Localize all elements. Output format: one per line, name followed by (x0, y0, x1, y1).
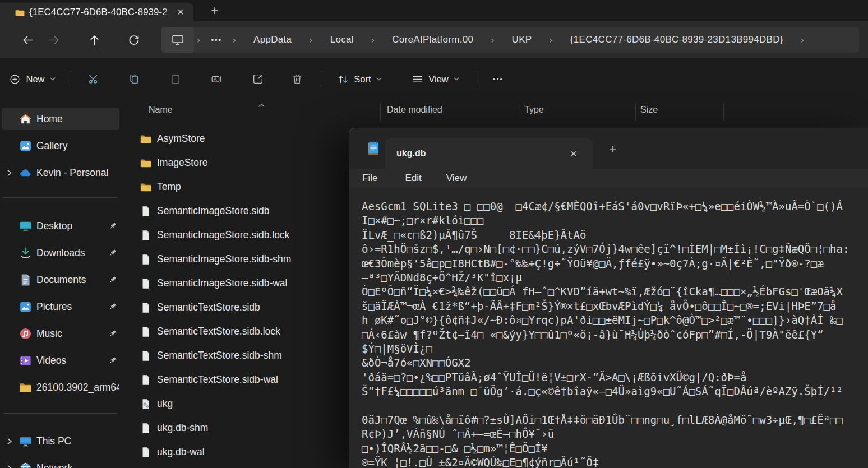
refresh-icon (127, 34, 140, 47)
ellipsis-icon (492, 73, 504, 85)
notepad-text-line: R¢Þ)J’,VÁñ§NÚ ˆ□Â+–=œÉ–□hÔ¥¨›ü (362, 427, 868, 441)
copy-button[interactable] (121, 66, 147, 92)
notepad-text-line: –ª³□YÃDNd8ç÷Õ^HŽ/³K"î□x¡µ (362, 271, 868, 285)
column-header-size[interactable]: Size (640, 105, 658, 115)
rename-button[interactable]: A (204, 66, 229, 92)
explorer-address-row: ›•••›AppData›Local›CoreAIPlatform.00›UKP… (0, 21, 868, 58)
chevron-right-icon[interactable] (6, 169, 12, 179)
notepad-text-line: I□×#□~;□r×r#klói□□□ (362, 214, 868, 228)
sidebar-item-label: 26100.3902_arm64_ (36, 376, 119, 399)
forward-button[interactable] (42, 29, 66, 51)
desktop-icon (19, 219, 33, 233)
chevron-down-icon (376, 77, 382, 81)
paste-button[interactable] (163, 66, 188, 92)
downloads-icon (19, 246, 33, 260)
sort-button[interactable]: Sort (329, 66, 390, 92)
chevron-right-icon[interactable] (6, 464, 12, 468)
sidebar-item-label: Kevin - Personal (36, 161, 119, 184)
sidebar-item-music[interactable]: Music (2, 322, 119, 345)
file-icon (140, 422, 152, 434)
navigation-pane: HomeGalleryKevin - PersonalDesktopDownlo… (0, 100, 122, 468)
new-button[interactable]: New (3, 66, 62, 92)
notepad-text-line: ô›=R1hÖ□šz□$,¹…/q□›N□[□¢·□□}C□ú,zýV□7Ój}… (362, 242, 868, 256)
notepad-new-tab-button[interactable]: + (602, 140, 624, 159)
up-button[interactable] (82, 29, 106, 51)
forward-arrow-icon (48, 34, 61, 47)
notepad-window: ukg.db × + FileEditView AesGcm1 SQLite3 … (349, 128, 868, 468)
file-name: SemanticImageStore.sidb-shm (157, 253, 291, 265)
pictures-icon (19, 300, 33, 314)
notepad-text-line: □Á‹6£àw ¶f?ºŽt¢–ï4□ «□&ýy}Y□□û1□º«õ¡-â}ù… (362, 328, 868, 342)
videos-icon (19, 354, 33, 368)
file-name: Temp (157, 181, 181, 193)
notepad-text-line: Ò□EºÔ□ñ“Ï□¼×€>¾‰êž(□□ü□Á fH–ˆ□^KVD”íä+wt… (362, 285, 868, 299)
file-name: SemanticImageStore.sidb.lock (157, 229, 289, 241)
file-name: ukg.db-wal (157, 446, 205, 458)
sidebar-item-pictures[interactable]: Pictures (2, 295, 119, 318)
breadcrumb-separator: › (230, 35, 239, 45)
notepad-editor[interactable]: AesGcm1 SQLite3 □ □□0@ □4Cæ¢/§€MÈQOî+EáS… (349, 188, 868, 468)
sidebar-item-downloads[interactable]: Downloads (2, 242, 119, 264)
sort-icon (336, 73, 349, 86)
sidebar-item-this-pc[interactable]: This PC (2, 430, 119, 452)
breadcrumb-item[interactable]: CoreAIPlatform.00 (377, 34, 488, 45)
menu-item-edit[interactable]: Edit (405, 173, 421, 184)
breadcrumb-overflow[interactable]: ••• (203, 35, 229, 44)
file-name: AsymStore (157, 133, 205, 145)
plus-circle-icon (9, 73, 21, 85)
chevron-down-icon (49, 77, 56, 81)
sidebar-item-gallery[interactable]: Gallery (2, 135, 119, 157)
sidebar-item-desktop[interactable]: Desktop (2, 215, 119, 237)
sidebar-item-26100-3902-arm64-[interactable]: 26100.3902_arm64_ (2, 376, 119, 399)
view-button[interactable]: View (404, 66, 468, 92)
onedrive-icon (19, 166, 33, 180)
explorer-tab[interactable]: {1EC4CC77-6D6B-40BC-8939-2 × (0, 3, 193, 21)
breadcrumb-item[interactable]: UKP (497, 34, 547, 45)
breadcrumb-item[interactable]: {1EC4CC77-6D6B-40BC-8939-23D13B994DBD} (556, 34, 798, 45)
delete-button[interactable] (284, 66, 310, 92)
file-icon (140, 446, 152, 458)
chevron-right-icon[interactable] (6, 437, 12, 448)
pin-icon (108, 275, 118, 285)
menu-item-file[interactable]: File (362, 173, 377, 184)
notepad-text-line: h øK#˜o□J°©}{ô¢ñ‡J«/~Ð:ô¤□Yrqc)pA'ði□□±ë… (362, 313, 868, 327)
close-icon[interactable]: × (173, 5, 188, 19)
sidebar-item-label: Documents (36, 268, 119, 291)
breadcrumb-separator: › (368, 35, 377, 45)
breadcrumb-item[interactable]: AppData (239, 34, 306, 45)
sidebar-item-label: This PC (36, 430, 119, 452)
sidebar-item-documents[interactable]: Documents (2, 268, 119, 291)
refresh-button[interactable] (122, 29, 145, 51)
sort-ascending-caret (258, 100, 265, 110)
new-tab-button[interactable]: + (202, 0, 228, 21)
more-options-button[interactable] (484, 66, 510, 92)
file-name: SemanticImageStore.sidb (157, 205, 269, 217)
sidebar-item-home[interactable]: Home (2, 108, 119, 130)
file-icon (140, 374, 152, 386)
file-name: SemanticTextStore.sidb-wal (157, 374, 278, 386)
menu-item-view[interactable]: View (446, 173, 467, 184)
gallery-icon (19, 139, 33, 153)
sidebar-item-kevin-personal[interactable]: Kevin - Personal (2, 161, 119, 184)
share-button[interactable] (245, 66, 271, 92)
notepad-text-line (362, 399, 868, 413)
file-icon (140, 350, 152, 362)
notepad-tab[interactable]: ukg.db × (385, 138, 593, 169)
breadcrumb-item[interactable]: Local (316, 34, 368, 45)
breadcrumb-separator: › (546, 35, 555, 45)
cut-button[interactable] (81, 66, 107, 92)
close-icon[interactable]: × (566, 146, 581, 161)
back-button[interactable] (16, 29, 39, 51)
column-header-name[interactable]: Name (149, 105, 173, 115)
column-header-date[interactable]: Date modified (387, 105, 442, 115)
file-name: ukg.db-shm (157, 422, 208, 434)
sidebar-item-network[interactable]: Network (2, 457, 119, 468)
notepad-menu-bar: FileEditView (349, 169, 868, 188)
sidebar-item-videos[interactable]: Videos (2, 349, 119, 372)
breadcrumb-separator: › (798, 35, 807, 45)
address-bar[interactable]: ›•••›AppData›Local›CoreAIPlatform.00›UKP… (161, 27, 859, 53)
column-header-type[interactable]: Type (524, 105, 544, 115)
address-device-segment[interactable] (161, 27, 194, 53)
cut-icon (87, 73, 100, 85)
documents-icon (19, 273, 33, 287)
